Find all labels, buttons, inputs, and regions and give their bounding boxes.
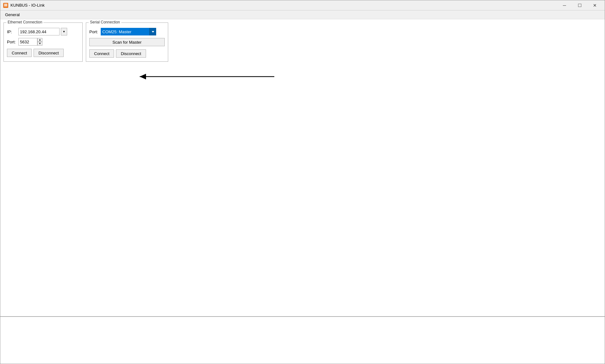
eth-connect-button[interactable]: Connect (7, 49, 32, 57)
menu-bar: General (0, 10, 605, 19)
scan-for-master-button[interactable]: Scan for Master (89, 38, 165, 46)
minimize-button[interactable]: ─ (557, 0, 572, 10)
ethernet-group-title: Ethernet Connection (6, 20, 43, 24)
svg-marker-5 (140, 74, 146, 79)
main-window: KUNBUS - IO-Link ─ ☐ ✕ General Ethernet … (0, 0, 605, 364)
main-content: Ethernet Connection IP: ▼ Port: ▲ ▼ (0, 19, 605, 316)
eth-port-spinner: ▲ ▼ (18, 38, 42, 46)
maximize-button[interactable]: ☐ (572, 0, 587, 10)
spinner-up[interactable]: ▲ (37, 38, 42, 42)
ip-row: IP: ▼ (7, 28, 79, 35)
serial-port-select-wrapper: COM25: Master (101, 28, 156, 35)
close-button[interactable]: ✕ (588, 0, 602, 10)
window-controls: ─ ☐ ✕ (557, 0, 602, 10)
app-icon (3, 3, 9, 8)
eth-disconnect-button[interactable]: Disconnect (34, 49, 63, 57)
port-row: Port: ▲ ▼ (7, 38, 79, 46)
serial-disconnect-button[interactable]: Disconnect (116, 49, 146, 58)
eth-btn-row: Connect Disconnect (7, 49, 79, 57)
serial-connection-group: Serial Connection Port: COM25: Master Sc… (86, 22, 168, 62)
serial-connect-button[interactable]: Connect (89, 49, 114, 58)
ip-label: IP: (7, 29, 17, 34)
serial-port-row: Port: COM25: Master (89, 28, 165, 35)
window-title: KUNBUS - IO-Link (10, 3, 557, 8)
arrow-annotation (108, 72, 276, 81)
spinner-down[interactable]: ▼ (37, 42, 42, 46)
eth-port-label: Port: (7, 40, 17, 44)
svg-rect-2 (4, 6, 7, 6)
serial-btn-row: Connect Disconnect (89, 49, 165, 58)
serial-port-select[interactable]: COM25: Master (101, 28, 156, 35)
ip-dropdown-arrow[interactable]: ▼ (61, 28, 67, 35)
status-bar (0, 316, 605, 364)
svg-rect-3 (4, 4, 7, 4)
serial-group-title: Serial Connection (89, 20, 121, 24)
panels-row: Ethernet Connection IP: ▼ Port: ▲ ▼ (3, 22, 602, 62)
ethernet-connection-group: Ethernet Connection IP: ▼ Port: ▲ ▼ (3, 22, 83, 62)
menu-general[interactable]: General (2, 11, 23, 19)
svg-rect-1 (4, 5, 7, 5)
title-bar: KUNBUS - IO-Link ─ ☐ ✕ (0, 0, 605, 10)
serial-port-label: Port: (89, 29, 99, 34)
spinner-buttons: ▲ ▼ (37, 38, 42, 46)
eth-port-input[interactable] (18, 38, 37, 46)
ip-input[interactable] (18, 28, 60, 35)
